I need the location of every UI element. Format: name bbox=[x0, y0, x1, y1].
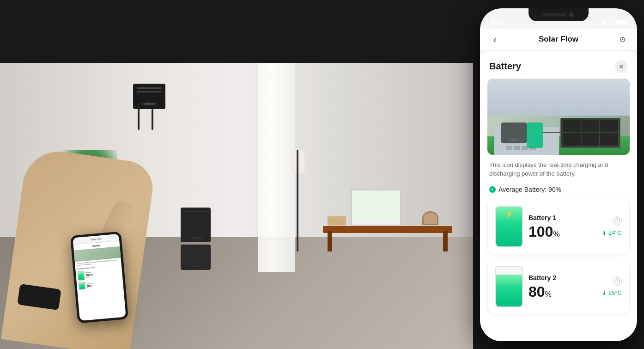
bat-pct-value-1: 100 bbox=[529, 223, 553, 240]
desk-area bbox=[323, 168, 452, 251]
main-phone-wrapper: 9:41 ▲ bbox=[473, 0, 644, 349]
window-2 bbox=[514, 146, 520, 150]
monitor bbox=[351, 189, 401, 226]
product-image: ZENDURE bbox=[487, 79, 630, 155]
small-bat-info-2: Battery 2 80% bbox=[86, 280, 122, 288]
lightning-icon-1: ⚡ bbox=[505, 210, 513, 218]
battery-temp-2: 🌡 25°C bbox=[601, 289, 622, 296]
battery-dot-icon: ● bbox=[492, 187, 494, 191]
avg-battery-row: ● Average Battery: 90% bbox=[480, 184, 637, 199]
desk-surface bbox=[323, 226, 452, 233]
bat-pct-unit-1: % bbox=[553, 230, 559, 238]
small-header-title: Solar Flow bbox=[91, 237, 102, 241]
thermometer-icon-2: 🌡 bbox=[601, 290, 607, 296]
notch-speaker bbox=[543, 13, 566, 16]
back-icon: ‹ bbox=[493, 34, 497, 45]
avg-battery-label: Average Battery: 90% bbox=[498, 186, 561, 193]
status-icons: ▲ bbox=[596, 19, 626, 26]
app-header: ‹ Solar Flow ⊙ bbox=[480, 29, 637, 51]
battery-name-1: Battery 1 bbox=[529, 214, 596, 221]
small-bat-icon-2 bbox=[79, 282, 85, 290]
app-header-title: Solar Flow bbox=[502, 35, 615, 44]
top-bar bbox=[0, 0, 476, 63]
wifi-icon: ▲ bbox=[608, 19, 613, 26]
battery-info-2: Battery 2 80% bbox=[529, 274, 596, 299]
battery-info-1: Battery 1 100% bbox=[529, 214, 596, 239]
hand-with-phone: Solar Flow Battery This icon displays th… bbox=[0, 72, 231, 349]
battery-temp-1: 🌡 24°C bbox=[601, 229, 622, 236]
monitor-screen bbox=[352, 190, 400, 220]
green-battery-image bbox=[527, 122, 543, 148]
thermometer-icon-1: 🌡 bbox=[601, 230, 607, 236]
notch-camera bbox=[569, 12, 574, 18]
settings-icon: ⊙ bbox=[620, 35, 626, 44]
window-1 bbox=[506, 146, 512, 150]
info-button-1[interactable]: ⓘ bbox=[613, 216, 622, 226]
battery-percentage-2: 80% bbox=[529, 284, 596, 299]
bat-pct-unit-2: % bbox=[545, 290, 552, 298]
floor-lamp bbox=[291, 150, 304, 251]
signal-bar-1 bbox=[596, 24, 598, 25]
small-bat-info-1: Battery 1 100% 24°C bbox=[85, 269, 121, 278]
signal-bars-icon bbox=[596, 20, 605, 25]
settings-button[interactable]: ⊙ bbox=[615, 32, 630, 47]
temp-value-2: 25°C bbox=[608, 289, 622, 296]
desk-legs-right bbox=[443, 231, 448, 251]
product-description: This icon displays the real-time chargin… bbox=[480, 160, 637, 184]
signal-bar-4 bbox=[603, 20, 605, 25]
back-button[interactable]: ‹ bbox=[487, 32, 502, 47]
temp-value-1: 24°C bbox=[608, 229, 622, 236]
battery-name-2: Battery 2 bbox=[529, 274, 596, 282]
close-button[interactable]: ✕ bbox=[615, 60, 628, 73]
building-background bbox=[487, 79, 630, 116]
battery-fill-2 bbox=[496, 275, 522, 306]
battery-right-1: ⓘ 🌡 24°C bbox=[601, 216, 622, 236]
solar-panel bbox=[560, 118, 620, 148]
hub-device-image: ZENDURE bbox=[501, 122, 527, 143]
modal-header: Battery ✕ bbox=[480, 51, 637, 79]
main-phone: 9:41 ▲ bbox=[480, 8, 637, 341]
info-button-2[interactable]: ⓘ bbox=[613, 276, 622, 286]
battery-cards-list: ⚡ Battery 1 100% ⓘ bbox=[480, 199, 637, 324]
small-bat-icon-1 bbox=[78, 271, 85, 281]
battery-percentage-1: 100% bbox=[529, 224, 596, 239]
battery-modal-panel[interactable]: Battery ✕ bbox=[480, 51, 637, 341]
lamp-pole bbox=[297, 150, 298, 251]
signal-bar-2 bbox=[599, 23, 600, 25]
phone-notch bbox=[529, 8, 589, 21]
battery-fill bbox=[617, 21, 624, 24]
bat-pct-value-2: 80 bbox=[529, 283, 545, 300]
desk-legs-left bbox=[328, 231, 332, 251]
close-icon: ✕ bbox=[619, 63, 624, 70]
modal-title: Battery bbox=[489, 61, 521, 72]
signal-bar-3 bbox=[601, 21, 602, 25]
battery-visual-2 bbox=[495, 266, 523, 307]
small-phone-screen: Solar Flow Battery This icon displays th… bbox=[73, 234, 126, 321]
phone-screen: 9:41 ▲ bbox=[480, 8, 637, 341]
battery-card-1[interactable]: ⚡ Battery 1 100% ⓘ bbox=[487, 199, 630, 254]
small-phone: Solar Flow Battery This icon displays th… bbox=[70, 232, 128, 324]
curtain bbox=[258, 63, 295, 272]
background-scene: ZENDURE ZENDURE AP200 ZENDURE bbox=[0, 0, 476, 349]
avg-battery-icon: ● bbox=[489, 186, 496, 193]
battery-right-2: ⓘ 🌡 25°C bbox=[601, 276, 622, 296]
battery-status-icon bbox=[616, 20, 626, 25]
connection-line bbox=[543, 132, 571, 133]
battery-card-2[interactable]: Battery 2 80% ⓘ 🌡 25°C bbox=[487, 259, 630, 314]
battery-visual-1: ⚡ bbox=[495, 206, 523, 247]
info-icon-2: ⓘ bbox=[614, 277, 620, 285]
info-icon-1: ⓘ bbox=[614, 217, 620, 225]
